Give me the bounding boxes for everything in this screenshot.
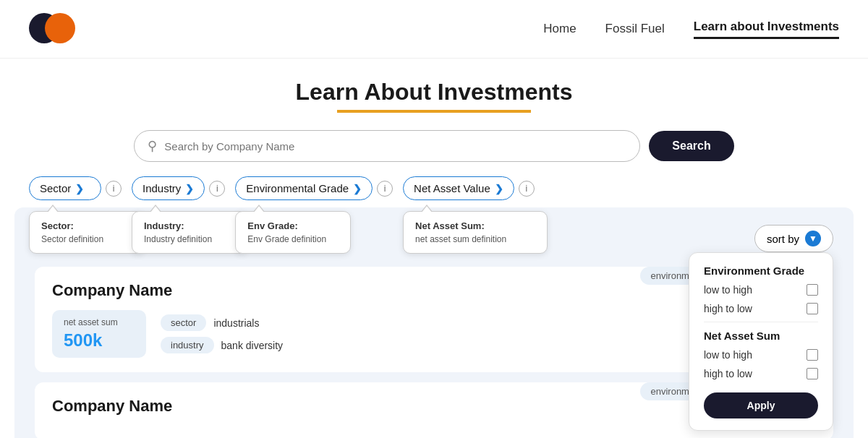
search-bar: ⚲ xyxy=(134,130,640,162)
sort-net-high-low-checkbox[interactable] xyxy=(807,368,818,379)
industry-tag-row-0: industry bank diversity xyxy=(161,337,283,353)
env-grade-dropdown[interactable]: Environmental Grade ❯ xyxy=(235,176,373,200)
sort-by-button[interactable]: sort by ▼ xyxy=(754,225,833,252)
apply-button[interactable]: Apply xyxy=(704,392,818,418)
nav-fossil-fuel[interactable]: Fossil Fuel xyxy=(605,22,665,36)
env-grade-info-icon[interactable]: i xyxy=(377,181,393,197)
net-asset-box-label-0: net asset sum xyxy=(64,317,135,327)
sector-label: Sector xyxy=(40,182,71,194)
sort-net-low-high-checkbox[interactable] xyxy=(807,349,818,361)
tags-column-0: sector industrials industry bank diversi… xyxy=(161,314,283,353)
sort-by-label: sort by xyxy=(767,233,799,245)
logo-circle-orange xyxy=(45,13,75,43)
net-asset-box-0: net asset sum 500k xyxy=(52,310,146,358)
sort-env-low-high: low to high xyxy=(704,284,818,296)
filter-row: Sector ❯ i Sector: Sector definition Ind… xyxy=(0,176,868,200)
sector-tooltip: Sector: Sector definition xyxy=(29,211,145,254)
filter-group-sector: Sector ❯ i Sector: Sector definition xyxy=(29,176,122,200)
industry-dropdown[interactable]: Industry ❯ xyxy=(132,176,205,200)
sort-env-high-low: high to low xyxy=(704,303,818,314)
sort-net-low-high-label: low to high xyxy=(704,349,752,361)
sector-value-0: industrials xyxy=(213,317,259,329)
sector-chevron-icon: ❯ xyxy=(75,183,84,194)
sort-env-high-low-label: high to low xyxy=(704,303,752,314)
net-asset-info-icon[interactable]: i xyxy=(519,181,535,197)
sort-env-title: Environment Grade xyxy=(704,265,818,277)
sort-net-high-low: high to low xyxy=(704,368,818,379)
nav: Home Fossil Fuel Learn about Investments xyxy=(543,20,839,39)
industry-tooltip-title: Industry: xyxy=(144,220,235,231)
industry-value-0: bank diversity xyxy=(221,340,284,351)
sector-tooltip-desc: Sector definition xyxy=(41,234,132,244)
industry-chevron-icon: ❯ xyxy=(185,183,194,194)
sort-net-low-high: low to high xyxy=(704,349,818,361)
search-button[interactable]: Search xyxy=(649,131,733,161)
sort-env-low-high-label: low to high xyxy=(704,284,752,296)
sector-tag-0: sector xyxy=(161,314,206,331)
env-grade-tooltip-title: Env Grade: xyxy=(247,220,339,231)
search-input[interactable] xyxy=(164,140,626,153)
sort-net-title: Net Asset Sum xyxy=(704,330,818,342)
search-icon: ⚲ xyxy=(148,138,157,154)
industry-tag-0: industry xyxy=(161,337,214,353)
net-asset-box-value-0: 500k xyxy=(64,330,135,351)
sector-info-icon[interactable]: i xyxy=(106,181,122,197)
env-grade-chevron-icon: ❯ xyxy=(353,183,362,194)
env-grade-label: Environmental Grade xyxy=(246,182,349,194)
filter-group-env-grade: Environmental Grade ❯ i Env Grade: Env G… xyxy=(235,176,393,200)
env-grade-tooltip: Env Grade: Env Grade definition xyxy=(235,211,351,254)
industry-info-icon[interactable]: i xyxy=(209,181,225,197)
sort-divider xyxy=(704,322,818,322)
page-title-section: Learn About Investments xyxy=(0,79,868,113)
sort-env-high-low-checkbox[interactable] xyxy=(807,303,818,314)
nav-learn[interactable]: Learn about Investments xyxy=(694,20,839,39)
net-asset-dropdown[interactable]: Net Asset Value ❯ xyxy=(403,176,514,200)
page-title: Learn About Investments xyxy=(296,79,573,113)
logo xyxy=(29,13,75,45)
env-grade-tooltip-desc: Env Grade definition xyxy=(247,234,339,244)
industry-tooltip: Industry: Industry definition xyxy=(132,211,247,254)
sort-dropdown: Environment Grade low to high high to lo… xyxy=(689,252,833,431)
net-asset-tooltip-title: Net Asset Sum: xyxy=(415,220,535,231)
logo-circles xyxy=(29,13,75,45)
filter-group-net-asset: Net Asset Value ❯ i Net Asset Sum: net a… xyxy=(403,176,535,200)
nav-home[interactable]: Home xyxy=(543,22,576,36)
industry-tooltip-desc: Industry definition xyxy=(144,234,235,244)
industry-label: Industry xyxy=(142,182,181,194)
sort-chevron-icon: ▼ xyxy=(805,231,821,246)
filter-group-industry: Industry ❯ i Industry: Industry definiti… xyxy=(132,176,225,200)
sector-tag-row-0: sector industrials xyxy=(161,314,283,331)
search-section: ⚲ Search xyxy=(0,130,868,162)
net-asset-label: Net Asset Value xyxy=(414,182,490,194)
sector-tooltip-title: Sector: xyxy=(41,220,132,231)
net-asset-tooltip: Net Asset Sum: net asset sum definition xyxy=(403,211,548,254)
net-asset-tooltip-desc: net asset sum definition xyxy=(415,234,535,244)
header: Home Fossil Fuel Learn about Investments xyxy=(0,0,868,59)
sector-dropdown[interactable]: Sector ❯ xyxy=(29,176,101,200)
sort-env-low-high-checkbox[interactable] xyxy=(807,284,818,296)
sort-net-high-low-label: high to low xyxy=(704,368,752,379)
net-asset-chevron-icon: ❯ xyxy=(495,183,503,194)
